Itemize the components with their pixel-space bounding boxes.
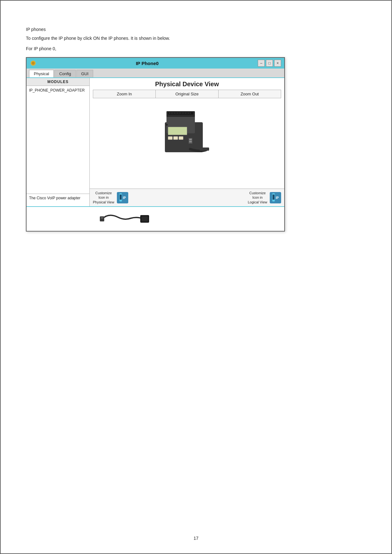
device-view — [90, 100, 284, 189]
window-tabs: Physical Config GUI — [27, 69, 284, 78]
svg-rect-30 — [120, 195, 122, 200]
customize-physical-icon[interactable]: IP — [117, 192, 128, 203]
customize-logical-label: Customize Icon in Logical View — [248, 191, 267, 204]
svg-rect-27 — [189, 141, 192, 142]
svg-rect-29 — [117, 192, 128, 203]
close-button[interactable]: × — [274, 60, 281, 67]
bottom-description-empty — [30, 218, 93, 220]
svg-point-20 — [166, 124, 168, 126]
page: IP phones To configure the IP phone by c… — [0, 0, 392, 554]
svg-rect-24 — [168, 127, 187, 135]
svg-rect-6 — [169, 113, 170, 113]
svg-rect-26 — [189, 139, 192, 140]
svg-rect-14 — [182, 113, 183, 113]
tab-physical[interactable]: Physical — [29, 70, 54, 77]
svg-rect-8 — [172, 113, 173, 113]
ip-phones-heading: IP phones — [26, 26, 366, 33]
window-app-icon — [30, 60, 37, 67]
description-text: To configure the IP phone by click ON th… — [26, 35, 366, 42]
modules-header: MODULES — [27, 78, 89, 86]
bottom-image-area — [27, 206, 284, 231]
ip-phone-image — [155, 103, 219, 166]
modules-list: IP_PHONE_POWER_ADAPTER — [27, 86, 89, 194]
tab-gui[interactable]: GUI — [76, 70, 93, 77]
svg-rect-21 — [168, 136, 172, 140]
customize-physical-label: Customize Icon in Physical View — [93, 191, 114, 204]
svg-rect-22 — [173, 136, 178, 140]
svg-rect-7 — [171, 113, 172, 113]
svg-rect-38 — [142, 216, 148, 221]
svg-rect-16 — [185, 113, 186, 113]
modules-description: The Cisco VoIP power adapter — [27, 194, 89, 206]
svg-text:IP: IP — [123, 196, 126, 200]
svg-rect-17 — [187, 113, 187, 113]
svg-rect-18 — [188, 113, 189, 113]
svg-rect-36 — [101, 217, 103, 219]
svg-rect-15 — [184, 113, 184, 113]
bottom-device-image — [99, 209, 150, 228]
svg-rect-28 — [200, 148, 209, 151]
svg-text:IP: IP — [276, 196, 279, 200]
svg-rect-19 — [190, 113, 190, 113]
physical-panel: Physical Device View Zoom In Original Si… — [90, 78, 284, 206]
svg-rect-32 — [270, 192, 281, 203]
svg-rect-13 — [180, 113, 181, 113]
svg-point-1 — [32, 62, 35, 65]
sub-heading-text: For IP phone 0, — [26, 45, 366, 52]
svg-rect-12 — [179, 113, 179, 113]
svg-rect-9 — [174, 113, 175, 113]
customize-logical-icon[interactable]: IP — [270, 192, 281, 203]
maximize-button[interactable]: □ — [266, 60, 273, 67]
window-body: MODULES IP_PHONE_POWER_ADAPTER The Cisco… — [27, 78, 284, 206]
window-controls: – □ × — [258, 60, 281, 67]
window-title: IP Phone0 — [37, 61, 258, 66]
svg-rect-35 — [100, 216, 104, 221]
page-number: 17 — [194, 536, 199, 541]
zoom-in-button[interactable]: Zoom In — [93, 90, 156, 98]
tab-config[interactable]: Config — [54, 70, 76, 77]
zoom-out-button[interactable]: Zoom Out — [219, 90, 281, 98]
ip-phone-window: IP Phone0 – □ × Physical Config GUI MODU… — [26, 57, 285, 232]
action-bar: Customize Icon in Physical View — [90, 189, 284, 206]
customize-physical-view-item: Customize Icon in Physical View — [93, 191, 128, 204]
minimize-button[interactable]: – — [258, 60, 265, 67]
customize-logical-view-item: Customize Icon in Logical View IP — [248, 191, 281, 204]
window-titlebar: IP Phone0 – □ × — [27, 58, 284, 69]
svg-rect-33 — [273, 195, 274, 200]
module-item-power-adapter[interactable]: IP_PHONE_POWER_ADAPTER — [28, 87, 88, 93]
svg-rect-23 — [179, 136, 183, 140]
zoom-controls: Zoom In Original Size Zoom Out — [93, 90, 281, 98]
modules-panel: MODULES IP_PHONE_POWER_ADAPTER The Cisco… — [27, 78, 90, 206]
physical-view-title: Physical Device View — [90, 78, 284, 90]
original-size-button[interactable]: Original Size — [156, 90, 218, 98]
svg-rect-11 — [177, 113, 178, 113]
svg-rect-10 — [176, 113, 176, 113]
